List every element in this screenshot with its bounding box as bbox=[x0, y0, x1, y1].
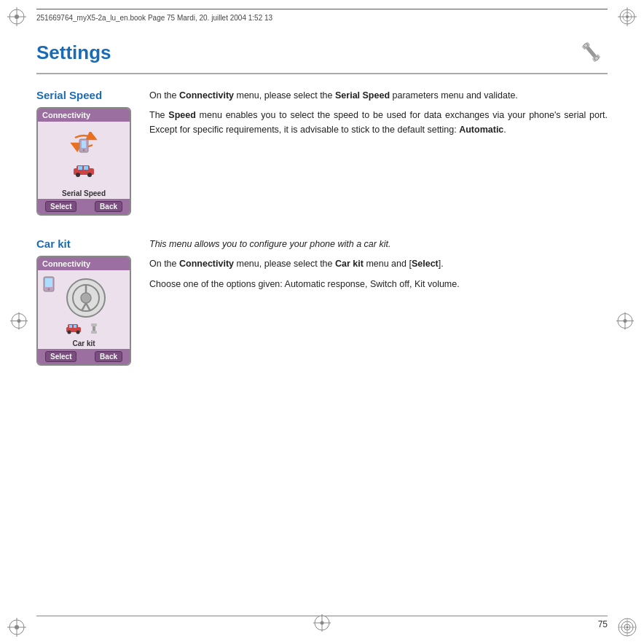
svg-point-46 bbox=[68, 331, 71, 334]
svg-point-31 bbox=[76, 173, 80, 177]
car-kit-para-2: On the Connectivity menu, please select … bbox=[149, 257, 608, 271]
car-kit-wrench-icon bbox=[86, 323, 102, 334]
serial-speed-text: On the Connectivity menu, please select … bbox=[149, 89, 608, 216]
phone-body-2 bbox=[38, 270, 130, 337]
svg-rect-34 bbox=[45, 278, 52, 287]
svg-point-26 bbox=[83, 149, 85, 152]
car-kit-para-3: Choose one of the options given: Automat… bbox=[149, 278, 608, 291]
car-kit-para-1: This menu allows you to configure your p… bbox=[149, 237, 608, 251]
phone-select-btn-2[interactable]: Select bbox=[45, 351, 76, 362]
phone-body-1 bbox=[38, 122, 130, 187]
phone-select-btn-1[interactable]: Select bbox=[45, 201, 76, 212]
car-kit-left: Car kit Connectivity bbox=[36, 237, 135, 366]
phone-footer-label-1: Serial Speed bbox=[38, 187, 130, 199]
corner-mark-bl bbox=[6, 616, 28, 638]
serial-speed-heading: Serial Speed bbox=[36, 89, 135, 101]
car-kit-icon-area bbox=[41, 273, 127, 320]
svg-point-12 bbox=[15, 625, 19, 629]
bottom-center-mark bbox=[312, 613, 332, 635]
svg-rect-44 bbox=[69, 325, 72, 328]
car-kit-car-icon bbox=[66, 323, 82, 334]
svg-point-62 bbox=[624, 319, 627, 323]
car-kit-text: This menu allows you to configure your p… bbox=[149, 237, 608, 366]
car-small-icon bbox=[72, 162, 95, 177]
svg-point-8 bbox=[626, 15, 629, 18]
main-content: Settings Serial Speed Connectivity bbox=[36, 36, 608, 608]
steering-wheel-icon bbox=[60, 273, 109, 320]
left-center-mark bbox=[9, 311, 29, 334]
serial-speed-section: Serial Speed Connectivity bbox=[36, 89, 608, 216]
svg-rect-30 bbox=[84, 166, 88, 170]
phone-icon-row-1 bbox=[69, 132, 98, 160]
svg-rect-29 bbox=[78, 166, 82, 170]
serial-speed-graphic bbox=[69, 132, 98, 160]
svg-point-38 bbox=[81, 293, 91, 303]
book-reference: 251669764_myX5-2a_lu_en.book Page 75 Mar… bbox=[36, 14, 272, 22]
serial-speed-para-1: On the Connectivity menu, please select … bbox=[149, 89, 608, 103]
right-center-mark bbox=[615, 311, 635, 334]
phone-icon-row-1b bbox=[72, 162, 95, 177]
svg-point-47 bbox=[76, 331, 80, 334]
serial-speed-phone: Connectivity bbox=[36, 107, 131, 216]
svg-rect-45 bbox=[74, 325, 76, 328]
phone-header-2: Connectivity bbox=[38, 257, 130, 270]
svg-point-58 bbox=[17, 319, 21, 323]
svg-point-32 bbox=[87, 173, 92, 177]
car-kit-section: Car kit Connectivity bbox=[36, 237, 608, 366]
phone-header-1: Connectivity bbox=[38, 109, 130, 122]
car-kit-heading: Car kit bbox=[36, 237, 135, 250]
svg-rect-50 bbox=[91, 331, 97, 334]
serial-speed-left: Serial Speed Connectivity bbox=[36, 89, 135, 216]
phone-footer-2: Select Back bbox=[38, 349, 130, 364]
svg-point-54 bbox=[321, 621, 324, 625]
svg-point-35 bbox=[48, 288, 50, 291]
phone-back-btn-1[interactable]: Back bbox=[95, 201, 122, 212]
corner-mark-br bbox=[616, 616, 638, 638]
svg-rect-25 bbox=[82, 141, 86, 148]
car-kit-phone: Connectivity bbox=[36, 256, 131, 366]
corner-mark-tl bbox=[6, 6, 28, 28]
page-number: 75 bbox=[598, 619, 608, 629]
svg-point-3 bbox=[15, 15, 19, 19]
page-title: Settings bbox=[36, 36, 608, 74]
phone-tiny-icon bbox=[41, 276, 57, 292]
top-bar: 251669764_myX5-2a_lu_en.book Page 75 Mar… bbox=[36, 9, 608, 23]
phone-footer-1: Select Back bbox=[38, 199, 130, 214]
wrench-icon bbox=[576, 36, 608, 68]
serial-speed-para-2: The Speed menu enables you to select the… bbox=[149, 109, 608, 137]
car-kit-icons-row2 bbox=[66, 323, 102, 334]
svg-rect-49 bbox=[91, 323, 97, 326]
phone-back-btn-2[interactable]: Back bbox=[95, 351, 122, 362]
corner-mark-tr bbox=[616, 6, 638, 28]
phone-footer-label-2: Car kit bbox=[38, 337, 130, 349]
